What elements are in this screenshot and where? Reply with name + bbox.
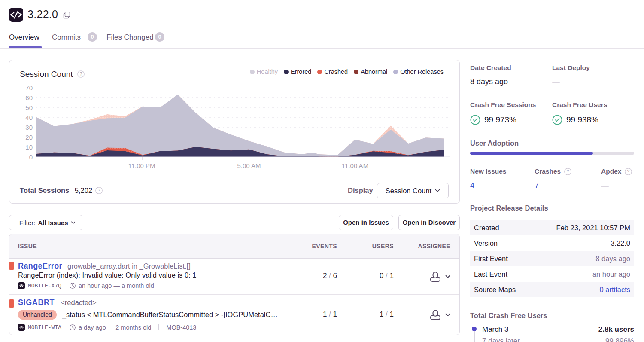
svg-text:?: ? (98, 188, 100, 193)
svg-text:?: ? (567, 169, 569, 174)
svg-text:?: ? (627, 169, 630, 174)
